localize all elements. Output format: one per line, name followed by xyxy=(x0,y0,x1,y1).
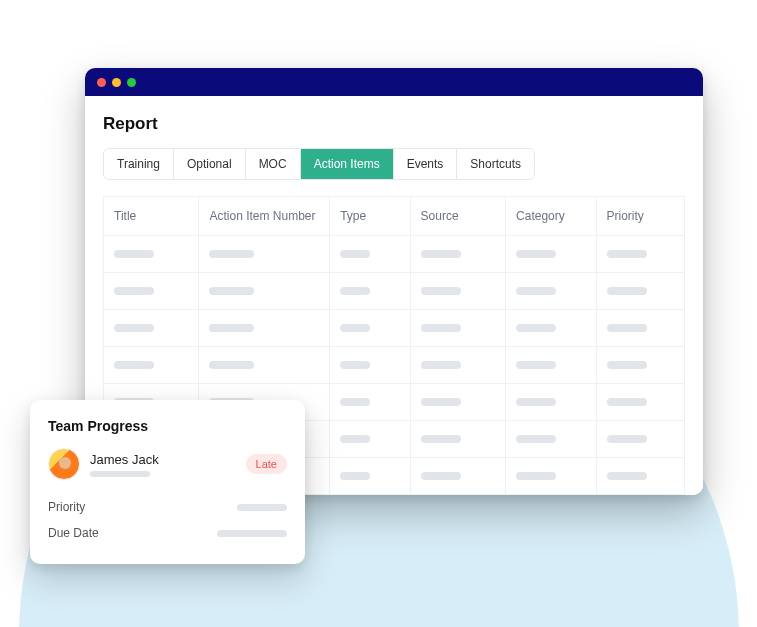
cell-placeholder xyxy=(209,324,254,332)
table-cell xyxy=(199,347,330,384)
cell-placeholder xyxy=(114,324,154,332)
table-cell xyxy=(199,273,330,310)
table-cell xyxy=(104,347,199,384)
cell-placeholder xyxy=(607,250,647,258)
cell-placeholder xyxy=(421,250,461,258)
tab-events[interactable]: Events xyxy=(394,149,458,179)
tab-action-items[interactable]: Action Items xyxy=(301,149,394,179)
cell-placeholder xyxy=(516,361,556,369)
priority-value-placeholder xyxy=(237,504,287,511)
col-priority[interactable]: Priority xyxy=(596,197,685,236)
status-badge: Late xyxy=(246,454,287,474)
cell-placeholder xyxy=(421,324,461,332)
cell-placeholder xyxy=(421,398,461,406)
cell-placeholder xyxy=(516,250,556,258)
cell-placeholder xyxy=(516,398,556,406)
cell-placeholder xyxy=(607,324,647,332)
table-cell xyxy=(596,421,685,458)
table-cell xyxy=(410,421,505,458)
team-progress-title: Team Progress xyxy=(48,418,287,434)
cell-placeholder xyxy=(607,435,647,443)
cell-placeholder xyxy=(114,361,154,369)
table-row[interactable] xyxy=(104,273,685,310)
member-name: James Jack xyxy=(90,452,236,467)
table-cell xyxy=(506,458,596,495)
cell-placeholder xyxy=(340,435,370,443)
member-info: James Jack xyxy=(90,452,236,477)
cell-placeholder xyxy=(421,472,461,480)
cell-placeholder xyxy=(340,398,370,406)
table-cell xyxy=(596,384,685,421)
window-titlebar xyxy=(85,68,703,96)
info-row-due-date: Due Date xyxy=(48,520,287,546)
table-cell xyxy=(596,347,685,384)
col-source[interactable]: Source xyxy=(410,197,505,236)
member-subline-placeholder xyxy=(90,471,150,477)
table-cell xyxy=(330,421,410,458)
cell-placeholder xyxy=(340,361,370,369)
table-cell xyxy=(330,347,410,384)
window-maximize-icon[interactable] xyxy=(127,78,136,87)
table-cell xyxy=(506,384,596,421)
team-member-row[interactable]: James Jack Late xyxy=(48,448,287,480)
page-title: Report xyxy=(103,114,685,134)
table-cell xyxy=(506,273,596,310)
table-cell xyxy=(596,236,685,273)
tab-moc[interactable]: MOC xyxy=(246,149,301,179)
info-row-priority: Priority xyxy=(48,494,287,520)
cell-placeholder xyxy=(516,435,556,443)
table-cell xyxy=(330,310,410,347)
cell-placeholder xyxy=(516,324,556,332)
table-cell xyxy=(596,310,685,347)
window-minimize-icon[interactable] xyxy=(112,78,121,87)
info-label-due-date: Due Date xyxy=(48,526,99,540)
table-cell xyxy=(104,236,199,273)
table-cell xyxy=(410,310,505,347)
cell-placeholder xyxy=(421,287,461,295)
cell-placeholder xyxy=(421,361,461,369)
window-close-icon[interactable] xyxy=(97,78,106,87)
cell-placeholder xyxy=(607,398,647,406)
table-cell xyxy=(330,384,410,421)
cell-placeholder xyxy=(607,287,647,295)
tab-optional[interactable]: Optional xyxy=(174,149,246,179)
table-cell xyxy=(506,421,596,458)
table-cell xyxy=(596,273,685,310)
col-title[interactable]: Title xyxy=(104,197,199,236)
table-row[interactable] xyxy=(104,347,685,384)
due-date-value-placeholder xyxy=(217,530,287,537)
table-cell xyxy=(330,273,410,310)
cell-placeholder xyxy=(340,250,370,258)
table-cell xyxy=(330,458,410,495)
col-type[interactable]: Type xyxy=(330,197,410,236)
table-cell xyxy=(410,236,505,273)
cell-placeholder xyxy=(607,472,647,480)
cell-placeholder xyxy=(114,287,154,295)
cell-placeholder xyxy=(340,324,370,332)
table-cell xyxy=(410,384,505,421)
table-cell xyxy=(506,236,596,273)
table-header-row: Title Action Item Number Type Source Cat… xyxy=(104,197,685,236)
avatar xyxy=(48,448,80,480)
table-row[interactable] xyxy=(104,236,685,273)
tab-shortcuts[interactable]: Shortcuts xyxy=(457,149,534,179)
col-category[interactable]: Category xyxy=(506,197,596,236)
table-cell xyxy=(199,236,330,273)
table-row[interactable] xyxy=(104,310,685,347)
col-action-item-number[interactable]: Action Item Number xyxy=(199,197,330,236)
cell-placeholder xyxy=(421,435,461,443)
cell-placeholder xyxy=(209,250,254,258)
cell-placeholder xyxy=(114,250,154,258)
team-progress-card: Team Progress James Jack Late Priority D… xyxy=(30,400,305,564)
cell-placeholder xyxy=(340,472,370,480)
cell-placeholder xyxy=(209,287,254,295)
cell-placeholder xyxy=(340,287,370,295)
cell-placeholder xyxy=(607,361,647,369)
info-label-priority: Priority xyxy=(48,500,85,514)
tab-training[interactable]: Training xyxy=(104,149,174,179)
cell-placeholder xyxy=(516,287,556,295)
cell-placeholder xyxy=(516,472,556,480)
table-cell xyxy=(104,273,199,310)
table-cell xyxy=(596,458,685,495)
table-cell xyxy=(330,236,410,273)
